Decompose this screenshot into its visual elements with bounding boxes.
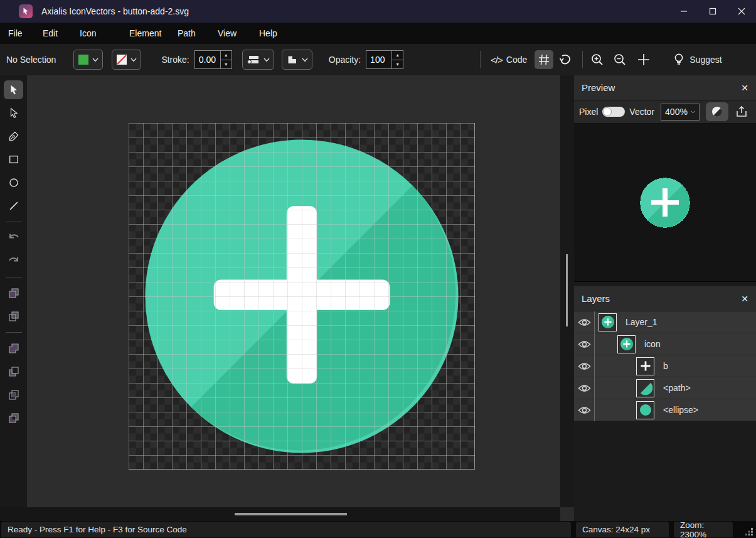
opacity-spinner-arrows[interactable]: ▲▼ xyxy=(391,51,403,68)
opacity-stepper[interactable]: ▲▼ xyxy=(366,50,403,69)
toolbar-separator xyxy=(480,51,481,68)
layer-row[interactable]: b xyxy=(574,355,756,377)
spin-down-icon[interactable]: ▼ xyxy=(392,60,403,69)
layer-label[interactable]: <ellipse> xyxy=(663,405,698,415)
chevron-down-icon xyxy=(264,58,270,62)
stroke-spinner-arrows[interactable]: ▲▼ xyxy=(220,51,232,68)
export-button[interactable] xyxy=(735,105,748,119)
intersect-tool[interactable] xyxy=(4,385,23,404)
visibility-eye-icon[interactable] xyxy=(574,318,594,327)
menu-file[interactable]: File xyxy=(8,24,43,42)
close-button[interactable] xyxy=(727,0,756,23)
status-canvas-text: Canvas: 24x24 px xyxy=(582,525,650,534)
preview-close-icon[interactable]: ✕ xyxy=(741,83,748,93)
line-icon xyxy=(8,200,19,212)
line-tool[interactable] xyxy=(4,196,23,215)
visibility-eye-icon[interactable] xyxy=(574,406,594,415)
tool-separator xyxy=(6,277,22,277)
zoom-in-button[interactable] xyxy=(588,50,607,69)
zoom-out-button[interactable] xyxy=(610,50,629,69)
status-zoom-text: Zoom: 2300% xyxy=(680,520,727,538)
chevron-down-icon xyxy=(130,58,137,62)
visibility-eye-icon[interactable] xyxy=(574,362,594,371)
minimize-button[interactable] xyxy=(669,0,698,23)
spin-down-icon[interactable]: ▼ xyxy=(221,60,232,69)
resize-grip[interactable] xyxy=(745,527,753,538)
suggest-button[interactable]: Suggest xyxy=(673,53,721,67)
menu-view[interactable]: View xyxy=(218,24,259,42)
preview-zoom-select[interactable]: 400% xyxy=(661,104,700,121)
opacity-label: Opacity: xyxy=(329,55,361,65)
union-icon xyxy=(7,342,21,355)
stroke-width-stepper[interactable]: ▲▼ xyxy=(194,50,232,69)
stroke-label: Stroke: xyxy=(161,55,189,65)
grid-icon xyxy=(538,53,550,66)
stroke-width-input[interactable] xyxy=(195,51,220,68)
layer-row[interactable]: <path> xyxy=(574,377,756,399)
icon-canvas[interactable] xyxy=(129,123,475,470)
lightbulb-icon xyxy=(673,53,684,67)
duplicate-tool[interactable] xyxy=(4,284,23,303)
visibility-eye-icon[interactable] xyxy=(574,340,594,349)
grid-toggle-button[interactable] xyxy=(535,50,553,69)
layer-label[interactable]: icon xyxy=(644,339,661,349)
layer-row[interactable]: Layer_1 xyxy=(574,311,756,333)
layer-label[interactable]: <path> xyxy=(663,383,691,393)
menu-icon[interactable]: Icon xyxy=(80,24,129,42)
layer-thumbnail[interactable] xyxy=(636,401,654,419)
contrast-toggle-button[interactable] xyxy=(706,102,728,121)
code-button[interactable]: </> Code xyxy=(491,55,527,65)
line-join-icon xyxy=(286,54,299,65)
menu-path[interactable]: Path xyxy=(178,24,218,42)
clone-tool[interactable] xyxy=(4,307,23,326)
pen-tool[interactable] xyxy=(4,127,23,146)
rotate-view-button[interactable] xyxy=(556,50,575,69)
layer-thumbnail[interactable] xyxy=(617,335,636,353)
subtract-tool[interactable] xyxy=(4,362,23,381)
spin-up-icon[interactable]: ▲ xyxy=(392,51,403,60)
layer-thumbnail[interactable] xyxy=(599,313,617,331)
layer-divider xyxy=(594,399,595,421)
opacity-input[interactable] xyxy=(366,51,391,68)
pixel-vector-toggle[interactable] xyxy=(602,107,625,117)
menu-element[interactable]: Element xyxy=(129,24,178,42)
layer-thumbnail[interactable] xyxy=(636,357,654,375)
select-tool[interactable] xyxy=(4,80,23,99)
union-tool[interactable] xyxy=(4,339,23,358)
exclude-tool[interactable] xyxy=(4,409,23,428)
vertical-scrollbar[interactable] xyxy=(560,75,574,521)
layers-close-icon[interactable]: ✕ xyxy=(741,294,748,304)
center-view-button[interactable] xyxy=(634,50,653,69)
spin-up-icon[interactable]: ▲ xyxy=(221,51,232,60)
menu-help[interactable]: Help xyxy=(259,24,277,42)
layer-divider xyxy=(594,333,595,355)
redo-button[interactable] xyxy=(4,252,23,271)
layer-label[interactable]: b xyxy=(663,361,668,371)
layers-panel-header: Layers ✕ xyxy=(574,286,756,311)
line-cap-dropdown[interactable] xyxy=(242,50,274,70)
menu-edit[interactable]: Edit xyxy=(43,24,80,42)
horizontal-scrollbar[interactable] xyxy=(0,507,560,521)
undo-button[interactable] xyxy=(4,229,23,247)
layer-label[interactable]: Layer_1 xyxy=(626,317,658,327)
layer-row[interactable]: icon xyxy=(574,333,756,355)
window-title: Axialis IconVectors - button-add-2.svg xyxy=(41,6,189,16)
horizontal-scroll-thumb[interactable] xyxy=(235,513,347,515)
line-join-dropdown[interactable] xyxy=(282,50,312,70)
ellipse-tool[interactable] xyxy=(4,173,23,192)
layer-row[interactable]: <ellipse> xyxy=(574,399,756,421)
stroke-color-button[interactable] xyxy=(112,50,141,70)
preview-panel-header: Preview ✕ xyxy=(574,75,756,100)
maximize-button[interactable] xyxy=(698,0,727,23)
scrollbar-corner xyxy=(560,507,574,521)
exclude-icon xyxy=(7,411,21,425)
layer-thumbnail[interactable] xyxy=(636,379,654,397)
direct-select-tool[interactable] xyxy=(4,104,23,122)
rectangle-tool[interactable] xyxy=(4,150,23,169)
fill-color-button[interactable] xyxy=(73,50,103,70)
canvas-area[interactable] xyxy=(27,75,560,507)
undo-icon xyxy=(8,232,20,244)
toolbar-separator xyxy=(582,51,583,68)
vertical-scroll-thumb[interactable] xyxy=(566,254,568,326)
visibility-eye-icon[interactable] xyxy=(574,384,594,393)
